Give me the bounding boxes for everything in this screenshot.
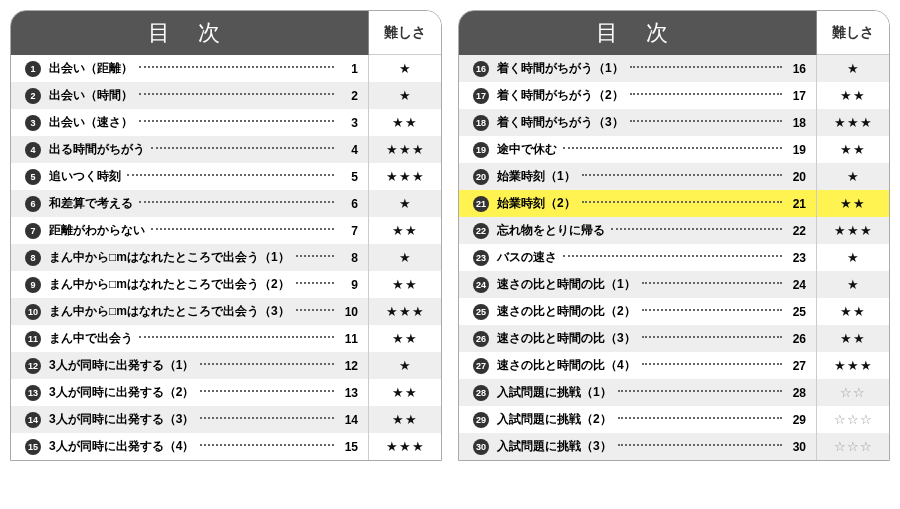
item-number-badge: 23 xyxy=(473,250,489,266)
dot-leader xyxy=(127,174,334,176)
item-number-badge: 15 xyxy=(25,439,41,455)
toc-row: 2出会い（時間）2★ xyxy=(11,82,441,109)
dot-leader xyxy=(139,93,334,95)
dot-leader xyxy=(296,282,334,284)
toc-row: 20始業時刻（1）20★ xyxy=(459,163,889,190)
difficulty-stars: ★★★ xyxy=(369,439,441,454)
toc-title: 目 次 xyxy=(11,11,369,55)
item-title: 追いつく時刻 xyxy=(49,168,121,185)
toc-row: 18着く時間がちがう（3）18★★★ xyxy=(459,109,889,136)
dot-leader xyxy=(582,201,782,203)
item-number-badge: 26 xyxy=(473,331,489,347)
page-number: 28 xyxy=(788,386,806,400)
difficulty-stars: ★ xyxy=(817,61,889,76)
page-number: 2 xyxy=(340,89,358,103)
difficulty-stars: ★★★ xyxy=(369,142,441,157)
item-number-badge: 10 xyxy=(25,304,41,320)
toc-row: 22忘れ物をとりに帰る22★★★ xyxy=(459,217,889,244)
toc-row: 3出会い（速さ）3★★ xyxy=(11,109,441,136)
page-number: 16 xyxy=(788,62,806,76)
difficulty-stars: ★★★ xyxy=(817,223,889,238)
toc-row: 9まん中から□mはなれたところで出会う（2）9★★ xyxy=(11,271,441,298)
page-number: 9 xyxy=(340,278,358,292)
dot-leader xyxy=(296,309,334,311)
page-number: 20 xyxy=(788,170,806,184)
item-title: 忘れ物をとりに帰る xyxy=(497,222,605,239)
item-number-badge: 11 xyxy=(25,331,41,347)
dot-leader xyxy=(618,417,782,419)
item-title: まん中から□mはなれたところで出会う（1） xyxy=(49,249,290,266)
page-number: 19 xyxy=(788,143,806,157)
dot-leader xyxy=(139,201,334,203)
item-number-badge: 2 xyxy=(25,88,41,104)
page-number: 8 xyxy=(340,251,358,265)
toc-main-cell: 21始業時刻（2）21 xyxy=(459,190,817,217)
toc-title: 目 次 xyxy=(459,11,817,55)
toc-main-cell: 17着く時間がちがう（2）17 xyxy=(459,82,817,109)
page-number: 30 xyxy=(788,440,806,454)
item-number-badge: 12 xyxy=(25,358,41,374)
item-title: 速さの比と時間の比（2） xyxy=(497,303,636,320)
dot-leader xyxy=(151,147,334,149)
dot-leader xyxy=(200,363,334,365)
difficulty-stars: ☆☆ xyxy=(817,385,889,400)
difficulty-stars: ★★ xyxy=(369,223,441,238)
dot-leader xyxy=(200,417,334,419)
item-number-badge: 14 xyxy=(25,412,41,428)
difficulty-stars: ★ xyxy=(369,358,441,373)
item-number-badge: 19 xyxy=(473,142,489,158)
item-number-badge: 13 xyxy=(25,385,41,401)
toc-main-cell: 7距離がわからない7 xyxy=(11,217,369,244)
toc-main-cell: 23バスの速さ23 xyxy=(459,244,817,271)
toc-row: 30入試問題に挑戦（3）30☆☆☆ xyxy=(459,433,889,460)
page-number: 13 xyxy=(340,386,358,400)
page-number: 1 xyxy=(340,62,358,76)
item-title: まん中から□mはなれたところで出会う（2） xyxy=(49,276,290,293)
item-title: 入試問題に挑戦（3） xyxy=(497,438,612,455)
difficulty-stars: ★ xyxy=(369,250,441,265)
dot-leader xyxy=(200,390,334,392)
page-number: 18 xyxy=(788,116,806,130)
item-number-badge: 17 xyxy=(473,88,489,104)
item-title: 3人が同時に出発する（1） xyxy=(49,357,194,374)
page-number: 29 xyxy=(788,413,806,427)
item-number-badge: 6 xyxy=(25,196,41,212)
difficulty-stars: ★★ xyxy=(817,142,889,157)
toc-main-cell: 18着く時間がちがう（3）18 xyxy=(459,109,817,136)
item-title: 速さの比と時間の比（1） xyxy=(497,276,636,293)
toc-row: 11まん中で出会う11★★ xyxy=(11,325,441,352)
item-number-badge: 29 xyxy=(473,412,489,428)
difficulty-stars: ★★ xyxy=(369,412,441,427)
difficulty-stars: ★★ xyxy=(817,88,889,103)
toc-row: 1出会い（距離）1★ xyxy=(11,55,441,82)
page-number: 11 xyxy=(340,332,358,346)
toc-row: 6和差算で考える6★ xyxy=(11,190,441,217)
toc-row: 27速さの比と時間の比（4）27★★★ xyxy=(459,352,889,379)
item-number-badge: 9 xyxy=(25,277,41,293)
dot-leader xyxy=(642,336,782,338)
difficulty-stars: ★★★ xyxy=(817,358,889,373)
toc-main-cell: 9まん中から□mはなれたところで出会う（2）9 xyxy=(11,271,369,298)
toc-row: 25速さの比と時間の比（2）25★★ xyxy=(459,298,889,325)
toc-main-cell: 5追いつく時刻5 xyxy=(11,163,369,190)
toc-main-cell: 16着く時間がちがう（1）16 xyxy=(459,55,817,82)
toc-main-cell: 8まん中から□mはなれたところで出会う（1）8 xyxy=(11,244,369,271)
item-title: 入試問題に挑戦（2） xyxy=(497,411,612,428)
difficulty-stars: ★★ xyxy=(369,331,441,346)
toc-row: 133人が同時に出発する（2）13★★ xyxy=(11,379,441,406)
dot-leader xyxy=(642,363,782,365)
difficulty-stars: ★★★ xyxy=(817,115,889,130)
toc-row: 21始業時刻（2）21★★ xyxy=(459,190,889,217)
page-number: 23 xyxy=(788,251,806,265)
dot-leader xyxy=(151,228,334,230)
item-number-badge: 24 xyxy=(473,277,489,293)
toc-row: 26速さの比と時間の比（3）26★★ xyxy=(459,325,889,352)
dot-leader xyxy=(618,444,782,446)
dot-leader xyxy=(582,174,782,176)
toc-row: 7距離がわからない7★★ xyxy=(11,217,441,244)
page-number: 25 xyxy=(788,305,806,319)
item-title: 速さの比と時間の比（3） xyxy=(497,330,636,347)
toc-main-cell: 133人が同時に出発する（2）13 xyxy=(11,379,369,406)
difficulty-stars: ★★ xyxy=(817,196,889,211)
item-title: 3人が同時に出発する（4） xyxy=(49,438,194,455)
